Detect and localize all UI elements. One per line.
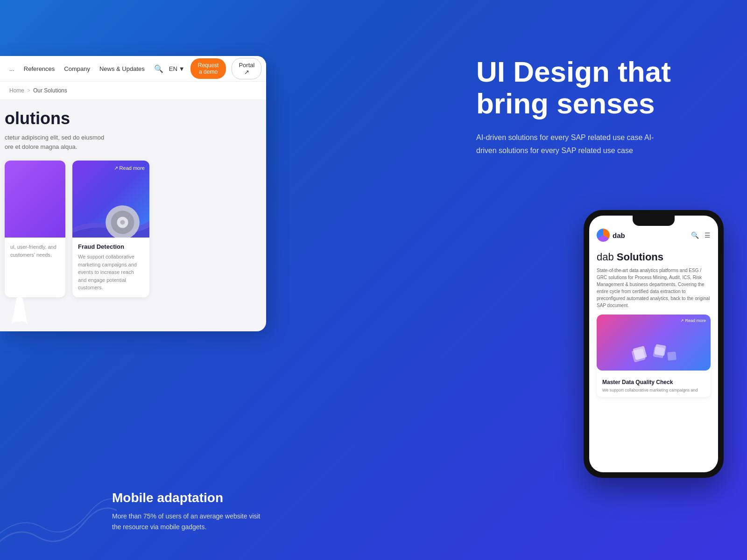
page-title: olutions (5, 109, 257, 128)
navbar-actions: 🔍 EN ▼ Request a demo Portal ↗ (154, 58, 262, 79)
hero-subtitle: AI-driven solutions for every SAP relate… (476, 131, 663, 156)
hero-section: UI Design that bring senses AI-driven so… (476, 56, 719, 157)
language-selector[interactable]: EN ▼ (169, 65, 185, 72)
demo-button[interactable]: Request a demo (190, 58, 226, 79)
nav-news[interactable]: News & Updates (99, 65, 145, 72)
page-subtitle: ctetur adipiscing elit, sed do eiusmod o… (5, 133, 257, 151)
mobile-adaptation-desc: More than 75% of users of an average web… (112, 511, 261, 532)
portal-button[interactable]: Portal ↗ (232, 58, 261, 79)
breadcrumb: Home > Our Solutions (0, 82, 266, 99)
breadcrumb-separator: > (27, 87, 30, 94)
card-partial-body: ul, user-friendly, and customers' needs. (5, 238, 65, 264)
nav-company[interactable]: Company (64, 65, 90, 72)
hero-title: UI Design that bring senses (476, 56, 719, 119)
phone-card-desc: We support collaborative marketing campa… (602, 387, 705, 393)
phone-mockup-section: dab 🔍 ☰ dab Solutions State-of-the-art d… (584, 210, 724, 478)
phone-logo-icon (597, 229, 610, 242)
card-fraud-desc: We support collaborative marketing campa… (78, 253, 144, 292)
phone-nav-icons: 🔍 ☰ (691, 231, 711, 239)
card-partial-desc: ul, user-friendly, and customers' needs. (10, 243, 60, 259)
breadcrumb-home[interactable]: Home (9, 87, 24, 94)
card-fraud-title: Fraud Detection (78, 243, 144, 250)
card-fraud-body: Fraud Detection We support collaborative… (72, 238, 149, 297)
content-area: olutions ctetur adipiscing elit, sed do … (0, 99, 266, 151)
nav-cut: ... (9, 65, 14, 72)
cards-row: ul, user-friendly, and customers' needs.… (0, 161, 266, 297)
card-partial[interactable]: ul, user-friendly, and customers' needs. (5, 161, 65, 297)
phone-logo-text: dab (613, 231, 625, 239)
search-icon[interactable]: 🔍 (154, 64, 163, 73)
card-fraud-detection[interactable]: ↗ Read more Fraud Detection (72, 161, 149, 297)
phone-card-title: Master Data Quality Check (602, 379, 705, 385)
phone-screen: dab 🔍 ☰ dab Solutions State-of-the-art d… (589, 216, 718, 472)
phone-main-title: dab Solutions (597, 251, 711, 263)
phone-desc: State-of-the-art data analytics platform… (597, 267, 711, 309)
phone-notch (633, 216, 675, 226)
phone-logo: dab (597, 229, 625, 242)
chevron-icon: ▼ (179, 65, 185, 72)
phone-search-icon[interactable]: 🔍 (691, 231, 699, 239)
card-read-more-2[interactable]: ↗ Read more (114, 165, 145, 171)
svg-rect-7 (654, 344, 666, 356)
svg-point-3 (120, 220, 125, 225)
card-fraud-image: ↗ Read more (72, 161, 149, 238)
phone-menu-icon[interactable]: ☰ (705, 231, 711, 239)
phone-card-body: Master Data Quality Check We support col… (597, 375, 711, 397)
card-image-partial (5, 161, 65, 238)
mobile-adaptation-section: Mobile adaptation More than 75% of users… (112, 490, 261, 532)
mobile-adaptation-title: Mobile adaptation (112, 490, 261, 505)
phone-outer: dab 🔍 ☰ dab Solutions State-of-the-art d… (584, 210, 724, 478)
breadcrumb-current: Our Solutions (33, 87, 67, 94)
phone-card-read-more[interactable]: ↗ Read more (680, 318, 706, 323)
left-panel: ... References Company News & Updates 🔍 … (0, 56, 266, 331)
nav-references[interactable]: References (24, 65, 55, 72)
navbar: ... References Company News & Updates 🔍 … (0, 56, 266, 82)
svg-rect-8 (667, 351, 677, 361)
phone-card-image: ↗ Read more (597, 315, 711, 371)
phone-content: dab Solutions State-of-the-art data anal… (589, 246, 718, 402)
phone-solution-card[interactable]: ↗ Read more (597, 315, 711, 397)
